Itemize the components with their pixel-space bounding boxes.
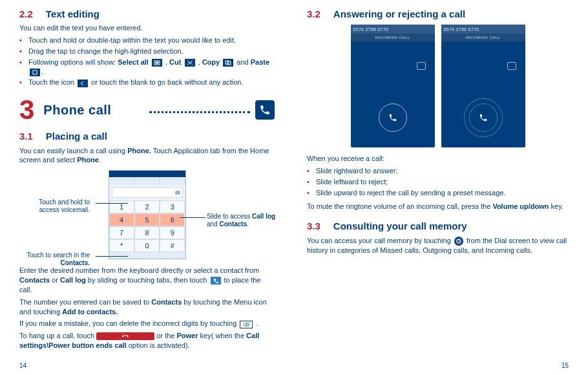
cut-icon (185, 59, 195, 67)
page-number-left: 14 (19, 361, 26, 370)
key: 0 (134, 239, 160, 252)
section-31-p5: To hang up a call, touch or the Power ke… (19, 331, 275, 350)
key: # (160, 239, 185, 252)
callout-line (96, 256, 128, 257)
key: 8 (134, 226, 160, 239)
message-icon (507, 62, 516, 70)
call-number: 0574 2796 0770 (351, 25, 435, 34)
section-33-p1: You can access your call memory by touch… (307, 236, 569, 255)
section-32-heading: 3.2Answering or rejecting a call (307, 8, 569, 21)
key: 9 (160, 226, 185, 239)
bullet-item: Touch and hold or double-tap within the … (19, 36, 275, 45)
chapter-number: 3 (19, 96, 34, 123)
section-32-number: 3.2 (307, 8, 320, 19)
chapter-dots (149, 107, 250, 113)
svg-rect-4 (33, 70, 37, 74)
answer-ring (379, 103, 407, 132)
section-22-number: 2.2 (19, 8, 33, 19)
key: 5 (134, 213, 160, 226)
section-22-bullets: Touch and hold or double-tap within the … (19, 36, 275, 87)
clock-icon (454, 237, 463, 246)
dialer-mockup: 1 2 3 4 5 6 7 8 9 * 0 # (109, 170, 186, 259)
chapter-3-header: 3 Phone call (19, 96, 275, 123)
key: 6 (160, 213, 185, 226)
section-31-p2: Enter the desired number from the keyboa… (19, 266, 275, 295)
key: 3 (160, 200, 185, 213)
section-22-intro: You can edit the text you have entered. (19, 23, 275, 33)
callout-line (96, 203, 128, 204)
section-31-number: 3.1 (19, 131, 33, 142)
dialer-bottom (109, 252, 185, 259)
callout-search: Touch to search in the Contacts. (25, 252, 90, 267)
answer-ring (474, 108, 493, 127)
section-22-heading: 2.2Text editing (19, 8, 275, 21)
svg-rect-1 (156, 62, 158, 63)
bullet-item: Following options will show: Select all … (19, 58, 275, 77)
section-31-p3: The number you entered can be saved to C… (19, 297, 275, 317)
select-all-icon (152, 59, 162, 67)
key: 4 (109, 213, 134, 226)
number-input (112, 188, 183, 198)
message-icon (417, 62, 426, 70)
bullet-item: Drag the tap to change the high-lighted … (19, 47, 275, 56)
call-mockup-left: 0574 2796 0770 INCOMING CALL (351, 25, 435, 147)
dialer-tabs (109, 177, 185, 185)
section-32-p2: To mute the ringtone volume of an incomi… (307, 202, 569, 211)
bullet-item: Slide leftward to reject; (307, 177, 569, 187)
section-31-p1: You can easily launch a call using Phone… (19, 146, 275, 166)
section-33-title: Consulting your call memory (333, 220, 467, 231)
back-icon (78, 80, 88, 87)
keypad: 1 2 3 4 5 6 7 8 9 * 0 # (109, 200, 185, 252)
bullet-item: Slide rightward to answer; (307, 166, 569, 176)
key: * (109, 239, 134, 252)
key: 1 (109, 200, 134, 213)
phone-icon (255, 100, 275, 120)
section-32-bullets: Slide rightward to answer; Slide leftwar… (307, 166, 569, 198)
dialer-figure: 1 2 3 4 5 6 7 8 9 * 0 # Touch and hold t… (19, 170, 275, 259)
call-mockup-right: 0574 2796 0770 INCOMING CALL (441, 25, 525, 147)
section-32-p1: When you receive a call: (307, 154, 569, 164)
key: 2 (134, 200, 160, 213)
section-31-p4: If you make a mistake, you can delete th… (19, 319, 275, 328)
section-33-number: 3.3 (307, 220, 320, 231)
key: 7 (109, 226, 134, 239)
section-22-title: Text editing (46, 8, 100, 19)
copy-icon (223, 59, 233, 67)
callout-line (180, 217, 205, 218)
bullet-item: Touch the icon or touch the blank to go … (19, 78, 275, 87)
delete-icon (240, 321, 253, 328)
bullet-item: Slide upward to reject the call by sendi… (307, 188, 569, 198)
chapter-title: Phone call (43, 102, 144, 119)
call-number: 0574 2796 0770 (441, 25, 525, 34)
status-bar (109, 171, 185, 177)
section-32-title: Answering or rejecting a call (333, 8, 465, 19)
section-33-heading: 3.3Consulting your call memory (307, 220, 569, 233)
paste-icon (30, 69, 40, 76)
callout-voicemail: Touch and hold to access voicemail. (25, 198, 90, 214)
call-icon (211, 277, 221, 284)
incoming-label: INCOMING CALL (351, 34, 435, 41)
incoming-label: INCOMING CALL (441, 34, 525, 41)
section-31-heading: 3.1Placing a call (19, 130, 275, 143)
hangup-bar-icon (96, 332, 154, 340)
incoming-call-figure: 0574 2796 0770 INCOMING CALL 0574 2796 0… (307, 25, 569, 147)
section-31-title: Placing a call (46, 131, 107, 142)
callout-slide: Slide to access Call log and Contacts. (207, 213, 278, 228)
page-number-right: 15 (562, 361, 569, 370)
